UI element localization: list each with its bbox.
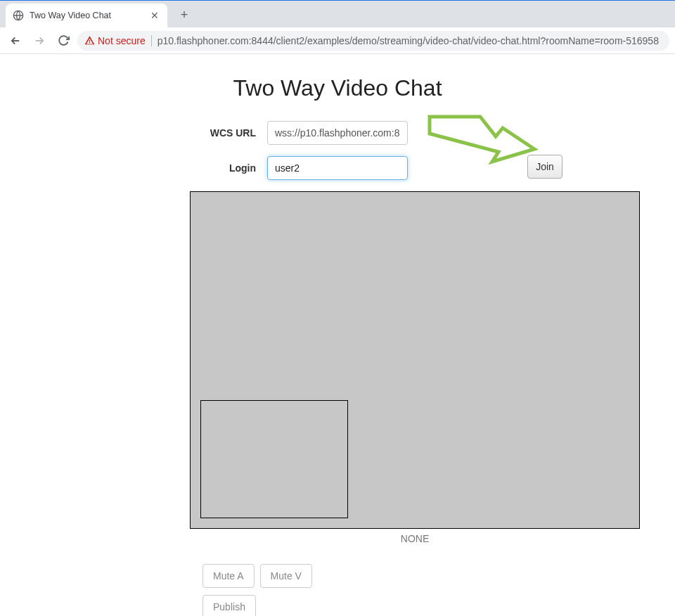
not-secure-label: Not secure bbox=[98, 35, 146, 46]
browser-tab[interactable]: Two Way Video Chat ✕ bbox=[6, 4, 167, 27]
mute-video-button[interactable]: Mute V bbox=[260, 564, 312, 588]
new-tab-button[interactable]: + bbox=[174, 5, 194, 25]
login-input[interactable] bbox=[267, 156, 408, 180]
address-bar: Not secure p10.flashphoner.com:8444/clie… bbox=[0, 27, 675, 54]
close-tab-icon[interactable]: ✕ bbox=[149, 10, 160, 21]
warning-icon bbox=[84, 35, 95, 46]
back-button[interactable] bbox=[6, 31, 25, 51]
publish-button[interactable]: Publish bbox=[202, 595, 256, 616]
globe-icon bbox=[13, 10, 24, 21]
login-label: Login bbox=[190, 162, 267, 174]
status-label: NONE bbox=[190, 533, 640, 544]
divider bbox=[151, 35, 152, 46]
video-area bbox=[190, 191, 640, 529]
wcs-url-input[interactable] bbox=[267, 121, 408, 145]
mute-audio-button[interactable]: Mute A bbox=[202, 564, 255, 588]
url-text: p10.flashphoner.com:8444/client2/example… bbox=[158, 35, 659, 46]
url-field[interactable]: Not secure p10.flashphoner.com:8444/clie… bbox=[77, 31, 669, 51]
reload-button[interactable] bbox=[53, 31, 73, 51]
page-title: Two Way Video Chat bbox=[0, 75, 675, 101]
tab-bar: Two Way Video Chat ✕ + bbox=[0, 1, 675, 27]
wcs-url-label: WCS URL bbox=[190, 127, 267, 139]
local-video-preview bbox=[200, 400, 348, 518]
forward-button[interactable] bbox=[30, 31, 49, 51]
tab-title: Two Way Video Chat bbox=[30, 11, 111, 20]
not-secure-badge: Not secure bbox=[84, 35, 146, 46]
join-button[interactable]: Join bbox=[527, 155, 562, 179]
